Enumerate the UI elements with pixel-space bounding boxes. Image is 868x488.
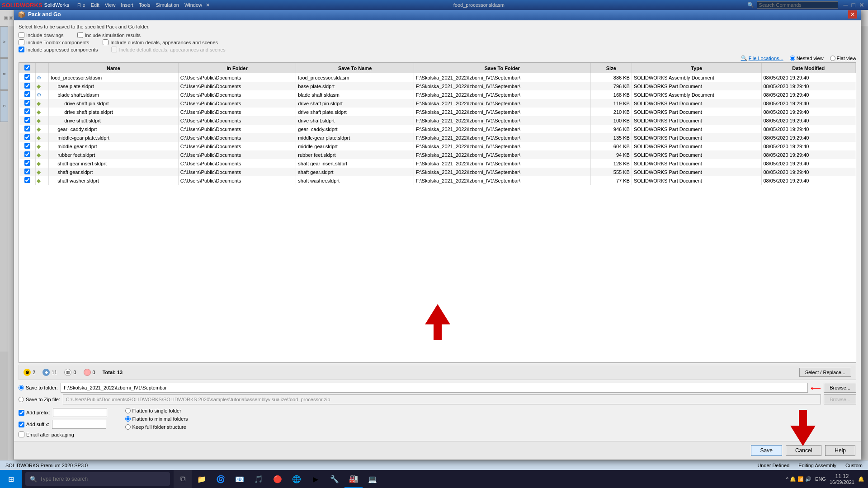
row-checkbox-cell[interactable] — [19, 133, 36, 142]
row-checkbox[interactable] — [24, 100, 30, 106]
row-checkbox[interactable] — [24, 83, 30, 89]
flatten-minimal-radio[interactable] — [125, 416, 131, 422]
menu-tools[interactable]: Tools — [136, 1, 153, 9]
cb-include-drawings-input[interactable] — [19, 32, 24, 38]
row-checkbox-cell[interactable] — [19, 116, 36, 125]
email-after-packaging-checkbox[interactable] — [19, 432, 24, 437]
row-checkbox-cell[interactable] — [19, 73, 36, 82]
flat-view-radio-label[interactable]: Flat view — [830, 56, 856, 61]
save-zip-radio-label[interactable]: Save to Zip file: — [19, 397, 60, 402]
save-zip-input[interactable] — [63, 394, 821, 404]
minimize-btn[interactable]: ─ — [842, 1, 850, 9]
menu-insert[interactable]: Insert — [118, 1, 136, 9]
cb-include-default-decals[interactable]: Include default decals, appearances and … — [111, 47, 225, 52]
row-checkbox[interactable] — [24, 74, 30, 80]
add-prefix-label[interactable]: Add prefix: — [19, 410, 50, 416]
taskbar-icon-6[interactable]: 🌐 — [288, 470, 306, 488]
taskbar-search-box[interactable]: 🔍 — [25, 472, 170, 486]
row-checkbox[interactable] — [24, 169, 30, 174]
cb-include-suppressed[interactable]: Include suppressed components — [19, 47, 98, 52]
row-checkbox-cell[interactable] — [19, 125, 36, 133]
search-commands-input[interactable] — [757, 1, 838, 9]
save-zip-radio[interactable] — [19, 397, 24, 402]
cb-include-toolbox[interactable]: Include Toolbox components — [19, 39, 89, 45]
left-tab-2[interactable]: B — [0, 58, 8, 90]
flatten-single-label[interactable]: Flatten to single folder — [125, 408, 188, 413]
cb-include-simulation-input[interactable] — [77, 32, 83, 38]
maximize-btn[interactable]: □ — [850, 1, 857, 9]
taskbar-icon-9[interactable]: 💻 — [363, 470, 382, 488]
row-checkbox-cell[interactable] — [19, 90, 36, 99]
nested-view-radio[interactable] — [790, 56, 795, 61]
taskbar-icon-3[interactable]: 📧 — [231, 470, 249, 488]
row-checkbox-cell[interactable] — [19, 159, 36, 168]
taskbar-search-input[interactable] — [40, 476, 165, 482]
flatten-single-radio[interactable] — [125, 408, 131, 413]
taskbar-icon-task-view[interactable]: ⧉ — [174, 470, 192, 488]
cb-include-default-decals-input[interactable] — [111, 47, 117, 52]
row-checkbox-cell[interactable] — [19, 150, 36, 159]
flat-view-radio[interactable] — [830, 56, 835, 61]
row-checkbox-cell[interactable] — [19, 82, 36, 90]
flatten-minimal-label[interactable]: Flatten to minimal folders — [125, 416, 188, 422]
left-tab-1[interactable]: A — [0, 26, 8, 58]
save-folder-input[interactable] — [61, 383, 808, 393]
save-folder-radio[interactable] — [19, 385, 24, 390]
select-replace-btn[interactable]: Select / Replace... — [799, 368, 851, 377]
cb-include-toolbox-input[interactable] — [19, 39, 24, 45]
menu-close-tab[interactable]: ✕ — [205, 1, 211, 9]
help-button[interactable]: Help — [825, 445, 855, 456]
select-all-checkbox[interactable] — [24, 65, 30, 70]
row-checkbox[interactable] — [24, 108, 30, 114]
row-checkbox-cell[interactable] — [19, 108, 36, 116]
save-folder-browse-btn[interactable]: Browse... — [824, 383, 856, 393]
add-suffix-label[interactable]: Add suffix: — [19, 422, 49, 427]
row-checkbox-cell[interactable] — [19, 99, 36, 108]
menu-simulation[interactable]: Simulation — [153, 1, 182, 9]
taskbar-icon-file-explorer[interactable]: 📁 — [193, 470, 211, 488]
taskbar-icon-sw[interactable]: 🏭 — [344, 470, 363, 488]
keep-full-folder-radio[interactable] — [125, 424, 131, 430]
close-btn[interactable]: ✕ — [857, 1, 866, 9]
save-button[interactable]: Save — [751, 445, 782, 456]
add-suffix-checkbox[interactable] — [19, 422, 24, 427]
row-checkbox-cell[interactable] — [19, 168, 36, 176]
row-checkbox-cell[interactable] — [19, 176, 36, 185]
row-checkbox[interactable] — [24, 117, 30, 123]
cb-include-simulation[interactable]: Include simulation results — [77, 32, 141, 38]
taskbar-icon-edge[interactable]: 🌀 — [212, 470, 230, 488]
row-checkbox[interactable] — [24, 134, 30, 140]
add-prefix-checkbox[interactable] — [19, 410, 24, 416]
cb-include-custom-decals[interactable]: Include custom decals, appearances and s… — [103, 39, 218, 45]
row-checkbox-cell[interactable] — [19, 142, 36, 150]
row-checkbox[interactable] — [24, 126, 30, 131]
row-checkbox[interactable] — [24, 143, 30, 149]
cancel-button[interactable]: Cancel — [786, 445, 821, 456]
taskbar-start[interactable]: ⊞ — [0, 470, 22, 488]
taskbar-icon-8[interactable]: 🔧 — [326, 470, 344, 488]
taskbar-icon-7[interactable]: ▶ — [307, 470, 325, 488]
notification-btn[interactable]: 🔔 — [858, 476, 864, 482]
menu-view[interactable]: View — [102, 1, 118, 9]
keep-full-folder-label[interactable]: Keep full folder structure — [125, 424, 188, 430]
menu-edit[interactable]: Edit — [88, 1, 102, 9]
save-folder-radio-label[interactable]: Save to folder: — [19, 385, 58, 390]
file-locations-link[interactable]: 🔍 File Locations... — [741, 55, 783, 61]
menu-window[interactable]: Window — [182, 1, 205, 9]
email-after-packaging-label[interactable]: Email after packaging — [19, 432, 107, 437]
row-checkbox[interactable] — [24, 160, 30, 166]
menu-file[interactable]: File — [75, 1, 88, 9]
row-checkbox[interactable] — [24, 91, 30, 97]
taskbar-icon-4[interactable]: 🎵 — [250, 470, 268, 488]
cb-include-suppressed-input[interactable] — [19, 47, 24, 52]
file-table-container[interactable]: Name In Folder Save To Name Save To Fold… — [19, 62, 856, 363]
left-tab-3[interactable]: C — [0, 90, 8, 122]
nested-view-radio-label[interactable]: Nested view — [790, 56, 824, 61]
th-select-all[interactable] — [19, 63, 36, 73]
add-suffix-input[interactable] — [52, 420, 106, 429]
cb-include-custom-decals-input[interactable] — [103, 39, 108, 45]
add-prefix-input[interactable] — [53, 408, 107, 417]
cb-include-drawings[interactable]: Include drawings — [19, 32, 64, 38]
dialog-close-btn[interactable]: ✕ — [848, 10, 857, 19]
save-zip-browse-btn[interactable]: Browse... — [824, 394, 856, 404]
